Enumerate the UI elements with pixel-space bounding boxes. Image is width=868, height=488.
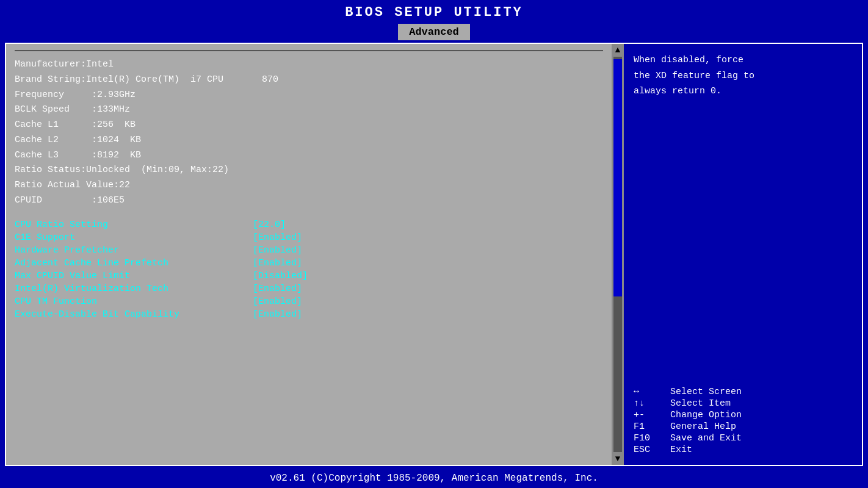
menu-item[interactable]: Intel(R) Virtualization Tech[Enabled] <box>15 282 603 295</box>
menu-section: CPU Ratio Setting [22.0]C1E Support [Ena… <box>15 218 603 321</box>
manufacturer-line: Manufacturer:Intel <box>15 57 603 73</box>
menu-item-value: [Enabled] <box>253 309 302 320</box>
main-area: Manufacturer:Intel Brand String:Intel(R)… <box>5 43 863 466</box>
footer-text: v02.61 (C)Copyright 1985-2009, American … <box>270 473 598 484</box>
legend-key: +- <box>634 410 670 420</box>
menu-item-value: [Enabled] <box>253 258 302 268</box>
tab-advanced[interactable]: Advanced <box>398 24 470 40</box>
menu-item-value: [Enabled] <box>253 284 302 294</box>
help-text: When disabled, force the XD feature flag… <box>634 52 852 99</box>
right-panel: When disabled, force the XD feature flag… <box>624 44 862 465</box>
legend-key: F1 <box>634 422 670 432</box>
menu-item-value: [Enabled] <box>253 296 302 307</box>
left-panel: Manufacturer:Intel Brand String:Intel(R)… <box>6 44 612 465</box>
bclk-speed-line: BCLK Speed :133MHz <box>15 102 603 118</box>
menu-item[interactable]: Max CPUID Value Limit [Disabled] <box>15 270 603 282</box>
menu-item[interactable]: CPU TM Function [Enabled] <box>15 295 603 308</box>
cache-l1-line: Cache L1 :256 KB <box>15 118 603 133</box>
title-text: BIOS SETUP UTILITY <box>345 5 523 20</box>
cache-l2-line: Cache L2 :1024 KB <box>15 133 603 148</box>
legend-section: ↔ Select Screen↑↓ Select Item+- Change O… <box>634 387 852 456</box>
menu-item-value: [Enabled] <box>253 232 302 243</box>
frequency-line: Frequency :2.93GHz <box>15 88 603 103</box>
legend-desc: Select Screen <box>670 387 742 397</box>
cpuid-line: CPUID :106E5 <box>15 193 603 209</box>
legend-key: F10 <box>634 433 670 443</box>
scrollbar: ▲ ▼ <box>612 44 624 465</box>
bios-window: BIOS SETUP UTILITY Advanced Manufacturer… <box>0 0 868 488</box>
legend-desc: Save and Exit <box>670 433 742 443</box>
scroll-down-arrow[interactable]: ▼ <box>615 454 620 464</box>
legend-item: +- Change Option <box>634 410 852 420</box>
menu-item[interactable]: C1E Support [Enabled] <box>15 231 603 244</box>
footer-bar: v02.61 (C)Copyright 1985-2009, American … <box>0 468 868 488</box>
scroll-thumb <box>613 59 622 296</box>
menu-item-label: C1E Support <box>15 232 253 243</box>
menu-item-label: Hardware Prefetcher <box>15 245 253 256</box>
legend-key: ↑↓ <box>634 398 670 409</box>
menu-item[interactable]: Execute-Disable Bit Capability[Enabled] <box>15 308 603 321</box>
brand-string-line: Brand String:Intel(R) Core(TM) i7 CPU 87… <box>15 73 603 88</box>
cache-l3-line: Cache L3 :8192 KB <box>15 148 603 163</box>
menu-item-label: CPU TM Function <box>15 296 253 307</box>
menu-item-label: Execute-Disable Bit Capability <box>15 309 253 320</box>
menu-item-value: [Enabled] <box>253 245 302 256</box>
legend-desc: General Help <box>670 422 736 432</box>
menu-item-label: Adjacent Cache Line Prefetch <box>15 258 253 268</box>
legend-key: ↔ <box>634 387 670 397</box>
menu-item[interactable]: Adjacent Cache Line Prefetch[Enabled] <box>15 257 603 270</box>
menu-item[interactable]: Hardware Prefetcher [Enabled] <box>15 244 603 257</box>
top-divider <box>15 50 603 51</box>
legend-desc: Select Item <box>670 398 731 409</box>
ratio-actual-line: Ratio Actual Value:22 <box>15 178 603 193</box>
menu-item-label: CPU Ratio Setting <box>15 220 253 230</box>
ratio-status-line: Ratio Status:Unlocked (Min:09, Max:22) <box>15 163 603 178</box>
legend-item: ↑↓ Select Item <box>634 398 852 409</box>
legend-item: ESC Exit <box>634 445 852 455</box>
scroll-track <box>613 57 622 452</box>
legend-key: ESC <box>634 445 670 455</box>
title-bar: BIOS SETUP UTILITY <box>0 0 868 24</box>
menu-item-label: Intel(R) Virtualization Tech <box>15 284 253 294</box>
legend-item: F10 Save and Exit <box>634 433 852 443</box>
menu-item[interactable]: CPU Ratio Setting [22.0] <box>15 218 603 231</box>
menu-item-value: [Disabled] <box>253 271 308 281</box>
menu-item-label: Max CPUID Value Limit <box>15 271 253 281</box>
tab-bar: Advanced <box>0 24 868 40</box>
legend-item: F1 General Help <box>634 422 852 432</box>
menu-item-value: [22.0] <box>253 220 286 230</box>
legend-item: ↔ Select Screen <box>634 387 852 397</box>
legend-desc: Exit <box>670 445 692 455</box>
info-section: Manufacturer:Intel Brand String:Intel(R)… <box>15 57 603 209</box>
legend-desc: Change Option <box>670 410 742 420</box>
scroll-up-arrow[interactable]: ▲ <box>615 45 620 55</box>
